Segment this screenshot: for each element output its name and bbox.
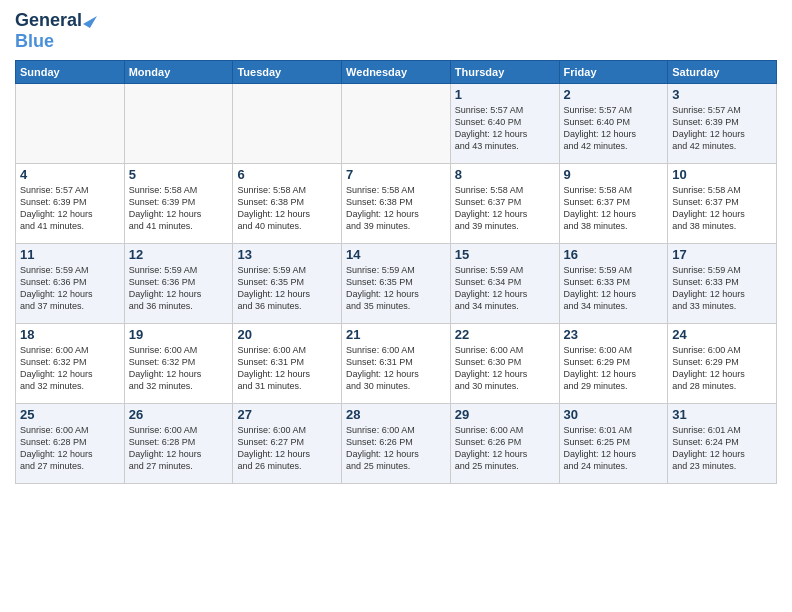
calendar-header: SundayMondayTuesdayWednesdayThursdayFrid… bbox=[16, 61, 777, 84]
calendar-cell bbox=[342, 84, 451, 164]
day-info: Sunrise: 6:00 AM Sunset: 6:31 PM Dayligh… bbox=[346, 344, 446, 393]
calendar-body: 1Sunrise: 5:57 AM Sunset: 6:40 PM Daylig… bbox=[16, 84, 777, 484]
calendar-cell: 17Sunrise: 5:59 AM Sunset: 6:33 PM Dayli… bbox=[668, 244, 777, 324]
logo-general-text: General bbox=[15, 10, 82, 31]
day-number: 12 bbox=[129, 247, 229, 262]
day-number: 14 bbox=[346, 247, 446, 262]
day-number: 18 bbox=[20, 327, 120, 342]
weekday-header-friday: Friday bbox=[559, 61, 668, 84]
calendar-cell: 11Sunrise: 5:59 AM Sunset: 6:36 PM Dayli… bbox=[16, 244, 125, 324]
day-number: 9 bbox=[564, 167, 664, 182]
day-info: Sunrise: 5:58 AM Sunset: 6:38 PM Dayligh… bbox=[346, 184, 446, 233]
day-info: Sunrise: 5:57 AM Sunset: 6:40 PM Dayligh… bbox=[455, 104, 555, 153]
calendar-cell: 31Sunrise: 6:01 AM Sunset: 6:24 PM Dayli… bbox=[668, 404, 777, 484]
calendar-cell: 14Sunrise: 5:59 AM Sunset: 6:35 PM Dayli… bbox=[342, 244, 451, 324]
calendar-cell: 25Sunrise: 6:00 AM Sunset: 6:28 PM Dayli… bbox=[16, 404, 125, 484]
day-info: Sunrise: 5:58 AM Sunset: 6:37 PM Dayligh… bbox=[455, 184, 555, 233]
day-number: 11 bbox=[20, 247, 120, 262]
day-number: 21 bbox=[346, 327, 446, 342]
day-number: 27 bbox=[237, 407, 337, 422]
day-info: Sunrise: 5:58 AM Sunset: 6:37 PM Dayligh… bbox=[672, 184, 772, 233]
calendar-cell: 2Sunrise: 5:57 AM Sunset: 6:40 PM Daylig… bbox=[559, 84, 668, 164]
calendar-cell: 13Sunrise: 5:59 AM Sunset: 6:35 PM Dayli… bbox=[233, 244, 342, 324]
calendar-cell: 7Sunrise: 5:58 AM Sunset: 6:38 PM Daylig… bbox=[342, 164, 451, 244]
calendar-week-row: 25Sunrise: 6:00 AM Sunset: 6:28 PM Dayli… bbox=[16, 404, 777, 484]
day-number: 4 bbox=[20, 167, 120, 182]
calendar-cell: 19Sunrise: 6:00 AM Sunset: 6:32 PM Dayli… bbox=[124, 324, 233, 404]
day-info: Sunrise: 5:59 AM Sunset: 6:36 PM Dayligh… bbox=[129, 264, 229, 313]
day-number: 16 bbox=[564, 247, 664, 262]
day-info: Sunrise: 6:00 AM Sunset: 6:30 PM Dayligh… bbox=[455, 344, 555, 393]
calendar-cell: 12Sunrise: 5:59 AM Sunset: 6:36 PM Dayli… bbox=[124, 244, 233, 324]
day-info: Sunrise: 6:01 AM Sunset: 6:24 PM Dayligh… bbox=[672, 424, 772, 473]
day-info: Sunrise: 6:00 AM Sunset: 6:29 PM Dayligh… bbox=[564, 344, 664, 393]
calendar-week-row: 4Sunrise: 5:57 AM Sunset: 6:39 PM Daylig… bbox=[16, 164, 777, 244]
day-info: Sunrise: 6:00 AM Sunset: 6:31 PM Dayligh… bbox=[237, 344, 337, 393]
day-info: Sunrise: 5:58 AM Sunset: 6:37 PM Dayligh… bbox=[564, 184, 664, 233]
weekday-header-saturday: Saturday bbox=[668, 61, 777, 84]
calendar-cell bbox=[233, 84, 342, 164]
calendar-cell: 30Sunrise: 6:01 AM Sunset: 6:25 PM Dayli… bbox=[559, 404, 668, 484]
day-number: 28 bbox=[346, 407, 446, 422]
weekday-header-tuesday: Tuesday bbox=[233, 61, 342, 84]
calendar-cell bbox=[124, 84, 233, 164]
day-number: 13 bbox=[237, 247, 337, 262]
day-number: 3 bbox=[672, 87, 772, 102]
day-info: Sunrise: 6:00 AM Sunset: 6:29 PM Dayligh… bbox=[672, 344, 772, 393]
day-number: 17 bbox=[672, 247, 772, 262]
day-number: 31 bbox=[672, 407, 772, 422]
day-info: Sunrise: 5:59 AM Sunset: 6:35 PM Dayligh… bbox=[237, 264, 337, 313]
calendar-cell: 4Sunrise: 5:57 AM Sunset: 6:39 PM Daylig… bbox=[16, 164, 125, 244]
calendar-cell: 6Sunrise: 5:58 AM Sunset: 6:38 PM Daylig… bbox=[233, 164, 342, 244]
page-container: GeneralBlue SundayMondayTuesdayWednesday… bbox=[0, 0, 792, 494]
day-info: Sunrise: 6:00 AM Sunset: 6:32 PM Dayligh… bbox=[129, 344, 229, 393]
day-info: Sunrise: 5:59 AM Sunset: 6:36 PM Dayligh… bbox=[20, 264, 120, 313]
calendar-cell: 10Sunrise: 5:58 AM Sunset: 6:37 PM Dayli… bbox=[668, 164, 777, 244]
day-number: 29 bbox=[455, 407, 555, 422]
calendar-cell: 26Sunrise: 6:00 AM Sunset: 6:28 PM Dayli… bbox=[124, 404, 233, 484]
calendar-cell: 8Sunrise: 5:58 AM Sunset: 6:37 PM Daylig… bbox=[450, 164, 559, 244]
weekday-header-wednesday: Wednesday bbox=[342, 61, 451, 84]
calendar-cell: 22Sunrise: 6:00 AM Sunset: 6:30 PM Dayli… bbox=[450, 324, 559, 404]
day-info: Sunrise: 6:00 AM Sunset: 6:28 PM Dayligh… bbox=[129, 424, 229, 473]
day-number: 25 bbox=[20, 407, 120, 422]
day-info: Sunrise: 6:00 AM Sunset: 6:27 PM Dayligh… bbox=[237, 424, 337, 473]
logo-text-block: GeneralBlue bbox=[15, 10, 94, 52]
day-info: Sunrise: 6:00 AM Sunset: 6:28 PM Dayligh… bbox=[20, 424, 120, 473]
calendar-cell: 29Sunrise: 6:00 AM Sunset: 6:26 PM Dayli… bbox=[450, 404, 559, 484]
day-number: 2 bbox=[564, 87, 664, 102]
calendar-cell: 27Sunrise: 6:00 AM Sunset: 6:27 PM Dayli… bbox=[233, 404, 342, 484]
logo-triangle-icon bbox=[83, 12, 97, 28]
calendar-week-row: 11Sunrise: 5:59 AM Sunset: 6:36 PM Dayli… bbox=[16, 244, 777, 324]
calendar-cell: 24Sunrise: 6:00 AM Sunset: 6:29 PM Dayli… bbox=[668, 324, 777, 404]
weekday-header-row: SundayMondayTuesdayWednesdayThursdayFrid… bbox=[16, 61, 777, 84]
calendar-cell: 18Sunrise: 6:00 AM Sunset: 6:32 PM Dayli… bbox=[16, 324, 125, 404]
calendar-week-row: 18Sunrise: 6:00 AM Sunset: 6:32 PM Dayli… bbox=[16, 324, 777, 404]
day-info: Sunrise: 5:59 AM Sunset: 6:34 PM Dayligh… bbox=[455, 264, 555, 313]
day-info: Sunrise: 5:58 AM Sunset: 6:39 PM Dayligh… bbox=[129, 184, 229, 233]
day-info: Sunrise: 5:59 AM Sunset: 6:35 PM Dayligh… bbox=[346, 264, 446, 313]
calendar-cell: 16Sunrise: 5:59 AM Sunset: 6:33 PM Dayli… bbox=[559, 244, 668, 324]
day-number: 20 bbox=[237, 327, 337, 342]
day-number: 15 bbox=[455, 247, 555, 262]
day-info: Sunrise: 5:57 AM Sunset: 6:40 PM Dayligh… bbox=[564, 104, 664, 153]
logo: GeneralBlue bbox=[15, 10, 94, 52]
calendar-cell: 9Sunrise: 5:58 AM Sunset: 6:37 PM Daylig… bbox=[559, 164, 668, 244]
weekday-header-sunday: Sunday bbox=[16, 61, 125, 84]
calendar-cell: 20Sunrise: 6:00 AM Sunset: 6:31 PM Dayli… bbox=[233, 324, 342, 404]
calendar-table: SundayMondayTuesdayWednesdayThursdayFrid… bbox=[15, 60, 777, 484]
day-info: Sunrise: 5:58 AM Sunset: 6:38 PM Dayligh… bbox=[237, 184, 337, 233]
calendar-cell: 28Sunrise: 6:00 AM Sunset: 6:26 PM Dayli… bbox=[342, 404, 451, 484]
day-info: Sunrise: 5:59 AM Sunset: 6:33 PM Dayligh… bbox=[672, 264, 772, 313]
logo-blue-label: Blue bbox=[15, 31, 94, 52]
day-number: 23 bbox=[564, 327, 664, 342]
page-header: GeneralBlue bbox=[15, 10, 777, 52]
calendar-cell: 23Sunrise: 6:00 AM Sunset: 6:29 PM Dayli… bbox=[559, 324, 668, 404]
calendar-cell: 15Sunrise: 5:59 AM Sunset: 6:34 PM Dayli… bbox=[450, 244, 559, 324]
day-number: 19 bbox=[129, 327, 229, 342]
weekday-header-monday: Monday bbox=[124, 61, 233, 84]
calendar-week-row: 1Sunrise: 5:57 AM Sunset: 6:40 PM Daylig… bbox=[16, 84, 777, 164]
day-info: Sunrise: 6:01 AM Sunset: 6:25 PM Dayligh… bbox=[564, 424, 664, 473]
calendar-cell: 21Sunrise: 6:00 AM Sunset: 6:31 PM Dayli… bbox=[342, 324, 451, 404]
calendar-cell: 1Sunrise: 5:57 AM Sunset: 6:40 PM Daylig… bbox=[450, 84, 559, 164]
